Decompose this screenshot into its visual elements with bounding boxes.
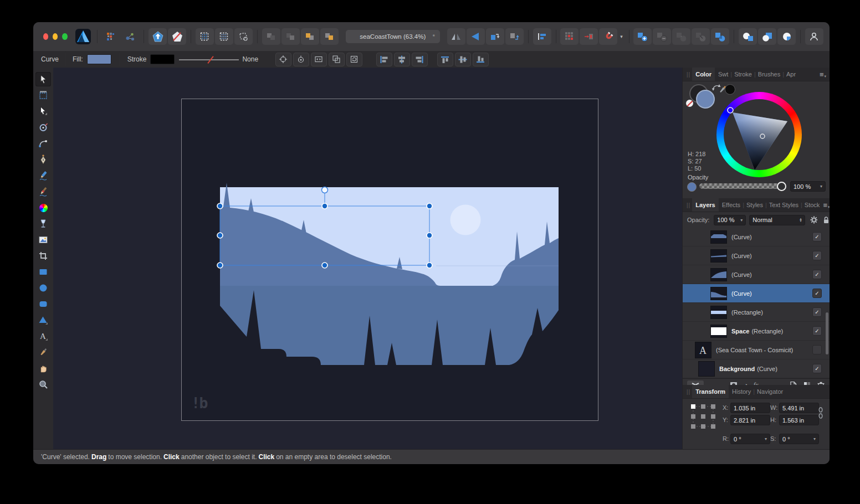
geometry-merge-button[interactable] [739,28,757,45]
layer-row[interactable]: (Curve) ✓ [683,246,830,265]
insert-target-button[interactable] [580,28,598,45]
pen-tool[interactable] [35,152,51,167]
fill-color-well[interactable] [696,90,715,109]
rotation-field[interactable]: 0 °▾ [730,434,770,444]
triangle-tool[interactable] [35,313,51,327]
flip-vertical-button[interactable] [467,28,485,45]
tab-appearance[interactable]: Apr [783,68,799,81]
rounded-rectangle-tool[interactable] [35,297,51,311]
hue-marker[interactable] [728,107,733,113]
layer-visibility-checkbox[interactable]: ✓ [812,326,822,336]
tab-color[interactable]: Color [692,68,715,81]
geometry-overlap-button[interactable] [758,28,776,45]
align-center-h-button[interactable] [394,53,410,66]
move-tool[interactable] [35,72,51,86]
layer-visibility-checkbox[interactable]: ✓ [812,307,822,317]
layer-visibility-checkbox[interactable]: ✓ [812,289,822,298]
insertion-order-button[interactable] [533,28,551,45]
corner-tool[interactable] [35,136,51,151]
stroke-width-slider[interactable] [179,53,239,66]
x-field[interactable]: 1.035 in [730,403,770,413]
ellipse-tool[interactable] [35,281,51,295]
arrange-forward-button[interactable] [301,28,319,45]
snapping-magnet-button[interactable] [599,28,617,45]
blend-options-gear-icon[interactable] [810,215,817,224]
y-field[interactable]: 2.821 in [730,415,770,425]
tab-swatches[interactable]: Swt [715,68,731,81]
tab-styles[interactable]: Styles [743,198,766,212]
adjustment-layer-icon[interactable]: ◑ [744,381,748,385]
arrange-back-button[interactable] [262,28,280,45]
vector-brush-tool[interactable] [35,184,51,199]
pencil-tool[interactable] [35,168,51,183]
delete-layer-icon[interactable] [817,381,825,385]
stroke-swatch[interactable] [150,54,175,64]
zoom-tool[interactable] [35,377,51,392]
document-title[interactable]: seaCoastTown (63.4%) * [346,30,440,43]
flip-horizontal-button[interactable] [447,28,465,45]
artboard[interactable] [181,99,598,421]
layers-panel-menu-button[interactable]: ≡▾ [823,201,830,209]
transparency-tool[interactable] [35,217,51,231]
boolean-add-button[interactable] [633,28,652,45]
layer-visibility-checkbox[interactable]: ✓ [812,270,822,279]
h-field[interactable]: 1.563 in [779,415,819,425]
layer-visibility-checkbox[interactable]: ✓ [812,251,822,260]
fill-swatch[interactable] [87,54,111,64]
tab-transform[interactable]: Transform [692,385,729,398]
tab-brushes[interactable]: Brushes [755,68,784,81]
layers-scrollbar[interactable] [826,312,828,354]
tab-text-styles[interactable]: Text Styles [766,198,802,212]
account-button[interactable] [805,28,823,45]
layer-visibility-checkbox[interactable]: ✓ [812,364,822,373]
no-fill-well[interactable] [686,100,693,107]
tab-navigator[interactable]: Navigator [754,385,786,398]
layer-effects-icon[interactable]: fx [754,381,759,385]
pattern-layer-icon[interactable] [803,381,811,385]
boolean-divide-button[interactable] [692,28,710,45]
layer-stack-button[interactable] [687,380,704,385]
color-swatches-icon-button[interactable] [101,28,120,45]
shear-field[interactable]: 0 °▾ [779,434,819,444]
place-image-tool[interactable] [35,233,51,247]
sl-triangle[interactable] [716,92,802,177]
boolean-intersect-button[interactable] [672,28,690,45]
marquee-select-button[interactable] [196,28,214,45]
lock-icon[interactable] [822,215,830,224]
export-persona-button[interactable] [149,28,167,45]
rotate-cw-button[interactable] [505,28,524,45]
cycle-selection-box-button[interactable] [346,53,362,66]
layer-row[interactable]: (Curve) ✓ [683,265,830,284]
opacity-slider-knob[interactable] [777,182,786,191]
show-orientation-button[interactable] [293,53,309,66]
artistic-text-tool[interactable]: A [35,329,51,343]
boolean-subtract-button[interactable] [653,28,671,45]
layer-visibility-checkbox-unchecked[interactable] [812,345,822,354]
moon-circle[interactable] [451,205,481,235]
layer-row[interactable]: Background(Curve) ✓ [683,359,830,378]
close-button[interactable] [43,33,48,40]
align-bottom-button[interactable] [473,53,489,66]
fill-tool[interactable] [35,200,51,215]
transform-mode-button[interactable] [311,53,327,66]
grid-button[interactable] [560,28,579,45]
artboard-tool[interactable] [35,88,51,102]
tab-stroke[interactable]: Stroke [731,68,755,81]
minimize-button[interactable] [53,33,58,40]
rectangle-tool[interactable] [35,265,51,279]
arrange-backward-button[interactable] [281,28,300,45]
opacity-value-field[interactable]: 100 %▾ [790,181,826,192]
layers-opacity-field[interactable]: 100 %▾ [714,215,746,225]
view-tool[interactable] [35,361,51,376]
layer-row[interactable]: (Rectangle) ✓ [683,303,830,322]
rotate-ccw-button[interactable] [486,28,504,45]
point-transform-tool[interactable] [35,120,51,135]
vector-crop-tool[interactable] [35,249,51,263]
blend-mode-select[interactable]: Normal▴▾ [749,215,805,225]
tab-history[interactable]: History [729,385,754,398]
tab-layers[interactable]: Layers [692,198,718,212]
canvas-viewport[interactable]: !b [53,68,683,450]
add-layer-icon[interactable] [789,381,797,385]
rotation-handle[interactable] [322,187,328,193]
marquee-lasso-button[interactable] [234,28,253,45]
